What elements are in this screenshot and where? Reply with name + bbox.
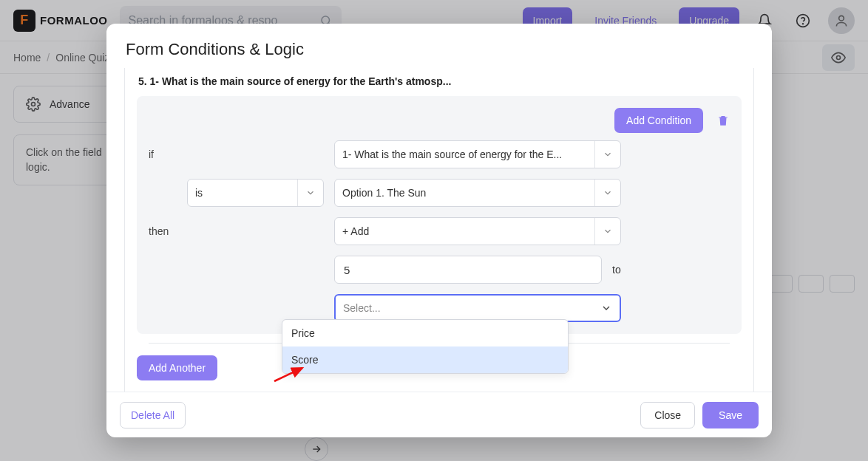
target-select-placeholder: Select...: [343, 302, 381, 314]
action-select-value: + Add: [342, 225, 369, 237]
chevron-down-icon: [594, 141, 613, 168]
modal-title: Form Conditions & Logic: [106, 24, 772, 68]
value-select[interactable]: Option 1. The Sun: [334, 179, 621, 207]
add-condition-button[interactable]: Add Condition: [614, 108, 703, 133]
dropdown-option-score[interactable]: Score: [282, 346, 568, 373]
operator-value: is: [195, 187, 203, 199]
target-select[interactable]: Select...: [334, 294, 621, 322]
chevron-down-icon: [297, 180, 316, 206]
delete-all-button[interactable]: Delete All: [120, 402, 186, 428]
modal-footer: Delete All Close Save: [106, 392, 772, 437]
dropdown-option-price[interactable]: Price: [282, 320, 568, 346]
condition-field-select[interactable]: 1- What is the main source of energy for…: [334, 140, 621, 168]
save-button[interactable]: Save: [702, 402, 759, 428]
trash-icon[interactable]: [716, 114, 730, 127]
target-select-dropdown: Price Score: [282, 319, 569, 374]
question-title: 5. 1- What is the main source of energy …: [137, 68, 742, 96]
to-label: to: [612, 264, 621, 276]
close-button[interactable]: Close: [640, 402, 695, 428]
action-select[interactable]: + Add: [334, 217, 621, 245]
chevron-down-icon: [594, 218, 613, 245]
logic-modal: Form Conditions & Logic 5. 1- What is th…: [106, 24, 772, 437]
chevron-down-icon: [594, 180, 613, 206]
condition-block: Add Condition if 1- What is the main sou…: [137, 96, 742, 334]
if-label: if: [149, 148, 177, 160]
operator-select[interactable]: is: [187, 179, 324, 207]
chevron-down-icon: [593, 296, 612, 321]
add-another-button[interactable]: Add Another: [137, 355, 217, 380]
condition-field-value: 1- What is the main source of energy for…: [342, 148, 562, 160]
then-label: then: [149, 225, 177, 237]
amount-input[interactable]: [334, 256, 602, 284]
value-select-value: Option 1. The Sun: [342, 187, 426, 199]
